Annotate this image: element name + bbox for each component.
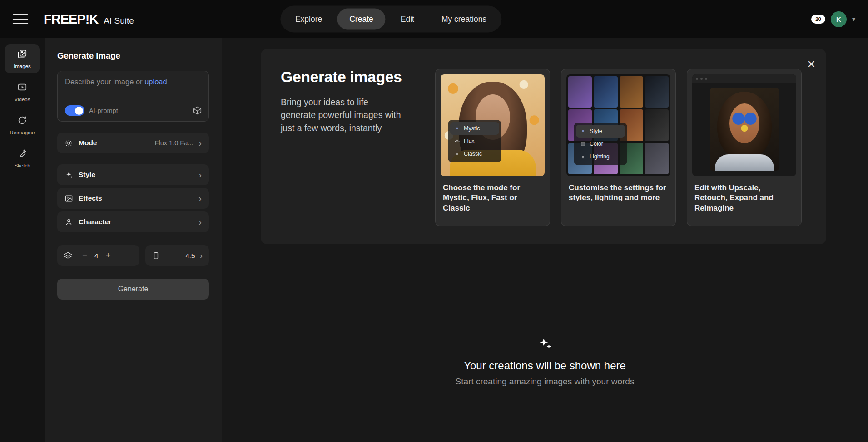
rail-item-videos[interactable]: Videos bbox=[5, 78, 40, 106]
card-mode-thumbnail: Mystic Flux Classic bbox=[441, 74, 545, 176]
cube-icon[interactable] bbox=[193, 106, 202, 115]
thumb-tile bbox=[645, 109, 669, 141]
brand[interactable]: FREEP!K AI Suite bbox=[44, 12, 134, 27]
tool-rail: Images Videos Reimagine Sketch bbox=[0, 38, 45, 442]
thumb-tile bbox=[645, 76, 669, 108]
rail-item-sketch[interactable]: Sketch bbox=[5, 144, 40, 172]
menu-item-color: Color bbox=[576, 138, 625, 150]
menu-item-flux: Flux bbox=[450, 135, 499, 147]
rail-label: Videos bbox=[15, 97, 30, 102]
sparkle-icon bbox=[64, 171, 73, 179]
sparkles-icon bbox=[537, 336, 553, 351]
credits-badge[interactable]: 20 bbox=[811, 15, 825, 24]
menu-item-label: Color bbox=[590, 141, 603, 147]
chevron-right-icon: › bbox=[199, 251, 203, 260]
menu-item-classic: Classic bbox=[450, 147, 499, 160]
chevron-right-icon: › bbox=[198, 217, 202, 226]
empty-state-subtitle: Start creating amazing images with your … bbox=[222, 377, 868, 387]
aspect-ratio-selector[interactable]: 4:5 › bbox=[145, 245, 209, 266]
thumb-figure bbox=[715, 154, 774, 171]
card-settings[interactable]: Style Color Lighting Cust bbox=[561, 69, 676, 226]
person-icon bbox=[64, 218, 73, 226]
menu-item-label: Flux bbox=[464, 138, 475, 144]
thumb-figure bbox=[729, 103, 759, 143]
card-edit[interactable]: Edit with Upscale, Retouch, Expand and R… bbox=[687, 69, 802, 226]
panel-title: Generate Image bbox=[57, 51, 209, 61]
lighting-icon bbox=[580, 154, 586, 160]
increase-count-button[interactable]: + bbox=[103, 250, 113, 260]
nav-my-creations[interactable]: My creations bbox=[429, 9, 499, 30]
avatar[interactable]: K bbox=[831, 11, 847, 27]
banner-description: Bring your ideas to life—generate powerf… bbox=[281, 96, 402, 134]
rail-item-images[interactable]: Images bbox=[5, 44, 40, 73]
settings-menu-overlay: Style Color Lighting bbox=[574, 123, 627, 165]
menu-item-mystic: Mystic bbox=[450, 122, 499, 135]
main-nav: Explore Create Edit My creations bbox=[280, 6, 501, 33]
sparkle-icon bbox=[454, 126, 460, 132]
generate-button[interactable]: Generate bbox=[57, 279, 209, 300]
chevron-right-icon: › bbox=[198, 138, 202, 147]
rail-label: Images bbox=[14, 64, 31, 69]
mode-menu-overlay: Mystic Flux Classic bbox=[448, 120, 501, 162]
card-settings-thumbnail: Style Color Lighting bbox=[566, 74, 670, 176]
decrease-count-button[interactable]: − bbox=[79, 250, 90, 260]
palette-icon bbox=[580, 141, 586, 147]
prompt-box: Describe your image or upload AI-prompt bbox=[57, 71, 209, 122]
image-icon bbox=[64, 194, 73, 203]
nav-edit[interactable]: Edit bbox=[388, 9, 427, 30]
chevron-right-icon: › bbox=[198, 170, 202, 179]
gear-icon bbox=[454, 151, 460, 157]
banner-title: Generate images bbox=[281, 68, 402, 86]
reimagine-icon bbox=[17, 115, 27, 127]
close-icon[interactable]: × bbox=[807, 57, 815, 71]
menu-icon[interactable] bbox=[13, 13, 28, 25]
main-area: × Generate images Bring your ideas to li… bbox=[222, 38, 868, 442]
style-row[interactable]: Style › bbox=[57, 164, 209, 185]
logo-text: FREEP!K bbox=[44, 12, 98, 27]
aspect-ratio-value: 4:5 bbox=[185, 252, 195, 260]
header-right: 20 K ▾ bbox=[811, 11, 855, 27]
character-row[interactable]: Character › bbox=[57, 211, 209, 232]
bottom-controls: − 4 + 4:5 › bbox=[57, 245, 209, 266]
onboarding-cards: Mystic Flux Classic Choos bbox=[435, 69, 802, 225]
character-label: Character bbox=[79, 218, 111, 226]
mode-row[interactable]: Mode Flux 1.0 Fa... › bbox=[57, 133, 209, 153]
upload-link[interactable]: upload bbox=[144, 78, 167, 86]
menu-item-label: Mystic bbox=[464, 125, 480, 132]
settings-group: Style › Effects › Character › bbox=[57, 164, 209, 232]
menu-item-label: Classic bbox=[464, 151, 482, 157]
chevron-down-icon[interactable]: ▾ bbox=[852, 15, 855, 23]
gear-icon bbox=[454, 138, 460, 144]
card-caption: Choose the mode for Mystic, Flux, Fast o… bbox=[441, 176, 545, 213]
card-edit-thumbnail bbox=[692, 74, 796, 176]
effects-label: Effects bbox=[79, 194, 102, 202]
suite-label: AI Suite bbox=[104, 16, 134, 26]
empty-state: Your creations will be shown here Start … bbox=[222, 336, 868, 387]
card-mode[interactable]: Mystic Flux Classic Choos bbox=[435, 69, 550, 226]
onboarding-banner: × Generate images Bring your ideas to li… bbox=[261, 49, 826, 244]
thumb-tile bbox=[568, 76, 592, 108]
effects-row[interactable]: Effects › bbox=[57, 188, 209, 209]
videos-icon bbox=[17, 82, 27, 94]
image-count-stepper: − 4 + bbox=[57, 245, 139, 266]
chevron-right-icon: › bbox=[198, 194, 202, 203]
nav-explore[interactable]: Explore bbox=[283, 9, 334, 30]
thumb-tile bbox=[620, 76, 643, 108]
sparkle-icon bbox=[580, 128, 586, 134]
menu-item-lighting: Lighting bbox=[576, 150, 625, 163]
card-caption: Edit with Upscale, Retouch, Expand and R… bbox=[692, 176, 796, 213]
card-caption: Customise the settings for styles, light… bbox=[566, 176, 670, 203]
thumb-tile bbox=[645, 143, 669, 174]
rail-item-reimagine[interactable]: Reimagine bbox=[5, 111, 40, 139]
layers-icon bbox=[64, 251, 72, 260]
empty-state-title: Your creations will be shown here bbox=[222, 359, 868, 372]
style-label: Style bbox=[79, 171, 95, 179]
ai-prompt-label: AI-prompt bbox=[89, 107, 118, 114]
rail-label: Sketch bbox=[14, 163, 30, 168]
header: FREEP!K AI Suite Explore Create Edit My … bbox=[0, 0, 868, 38]
ai-prompt-toggle[interactable] bbox=[65, 105, 84, 116]
thumb-canvas bbox=[710, 88, 779, 171]
nav-create[interactable]: Create bbox=[337, 9, 386, 30]
rail-label: Reimagine bbox=[10, 130, 35, 135]
menu-item-label: Style bbox=[590, 128, 602, 134]
